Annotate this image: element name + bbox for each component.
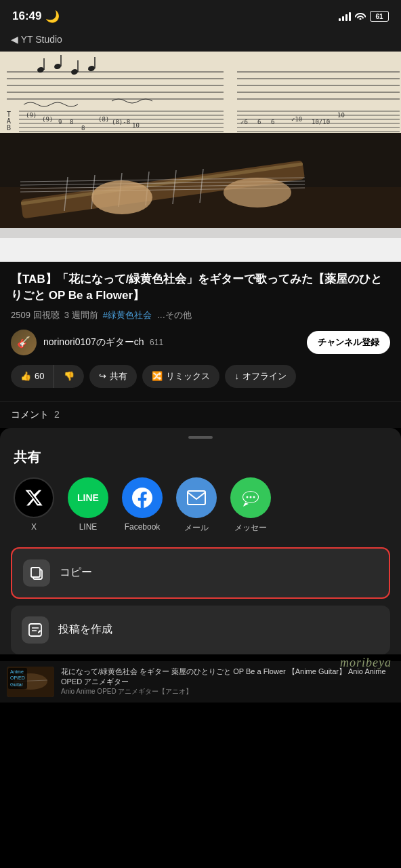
copy-icon <box>23 559 50 587</box>
svg-text:6: 6 <box>271 119 274 125</box>
svg-point-71 <box>253 496 255 498</box>
svg-point-62 <box>91 180 152 214</box>
svg-text:(8): (8) <box>98 116 109 123</box>
time-display: 16:49 <box>12 9 41 23</box>
line-icon: LINE <box>68 477 108 518</box>
svg-text:(8)-8: (8)-8 <box>112 119 130 125</box>
sheet-handle <box>188 436 213 439</box>
svg-text:(9): (9) <box>26 112 37 119</box>
svg-point-70 <box>250 496 252 498</box>
offline-button[interactable]: ↓ オフライン <box>225 365 296 388</box>
share-app-line[interactable]: LINE LINE <box>68 477 108 534</box>
mail-label: メール <box>184 522 209 534</box>
channel-subs: 611 <box>150 338 163 347</box>
svg-text:10: 10 <box>132 122 140 129</box>
svg-text:8: 8 <box>70 119 73 125</box>
rec-badge: Anime OP/ED Guitar <box>8 668 27 689</box>
status-icons: 61 <box>339 11 389 22</box>
post-action[interactable]: 投稿を作成 <box>11 606 390 654</box>
share-apps-row: X LINE LINE Facebook <box>0 477 401 547</box>
channel-name[interactable]: norinori0107のギターch <box>43 336 144 347</box>
share-title: 共有 <box>0 448 401 477</box>
channel-name-group: norinori0107のギターch 611 <box>43 336 163 349</box>
thumbs-up-icon: 👍 <box>20 371 31 381</box>
svg-text:✓6: ✓6 <box>240 119 248 125</box>
message-icon <box>230 477 271 518</box>
action-row: 👍 60 👎 ↪ 共有 🔀 リミックス ↓ オフライン <box>11 365 390 388</box>
facebook-label: Facebook <box>125 522 161 532</box>
share-label: 共有 <box>110 370 127 382</box>
signal-icon <box>339 12 351 21</box>
status-bar: 16:49 🌙 61 <box>0 0 401 30</box>
channel-info: 🎸 norinori0107のギターch 611 <box>11 330 163 355</box>
hashtag[interactable]: #緑黄色社会 <box>103 310 152 320</box>
comments-label: コメント <box>11 409 49 420</box>
svg-text:9: 9 <box>58 119 62 125</box>
share-sheet: 共有 X LINE LINE Facebook <box>0 428 401 654</box>
line-label: LINE <box>79 522 98 532</box>
bottom-recommendation[interactable]: Anime OP/ED Guitar 花になって/緑黄色社会 をギター 薬屋のひ… <box>0 661 401 703</box>
svg-text:B: B <box>7 124 11 132</box>
svg-point-69 <box>247 496 249 498</box>
offline-label: オフライン <box>242 370 287 382</box>
remix-button[interactable]: 🔀 リミックス <box>142 365 219 388</box>
x-icon <box>14 477 54 518</box>
comments-section[interactable]: コメント 2 <box>0 401 401 428</box>
watermark: moribeya <box>340 656 392 670</box>
remix-icon: 🔀 <box>152 371 163 381</box>
svg-text:✓10: ✓10 <box>291 116 302 123</box>
video-meta: 2509 回視聴 3 週間前 #緑黄色社会 …その他 <box>11 309 390 321</box>
thumbs-down-icon: 👎 <box>64 371 75 381</box>
like-button[interactable]: 👍 60 <box>11 365 54 388</box>
view-count: 2509 回視聴 <box>11 310 60 320</box>
comments-count: 2 <box>54 409 60 420</box>
message-label: メッセー <box>234 522 267 534</box>
back-button[interactable]: ◀ YT Studio <box>11 34 62 45</box>
svg-text:10: 10 <box>337 112 345 119</box>
battery-icon: 61 <box>370 11 389 22</box>
svg-rect-73 <box>31 568 40 577</box>
rec-thumbnail: Anime OP/ED Guitar <box>7 667 54 697</box>
avatar[interactable]: 🎸 <box>11 330 37 355</box>
share-button[interactable]: ↪ 共有 <box>89 365 137 388</box>
like-count: 60 <box>35 371 44 381</box>
copy-label: コピー <box>60 566 92 580</box>
video-player[interactable] <box>0 133 401 262</box>
mail-icon <box>176 477 217 518</box>
like-dislike-group: 👍 60 👎 <box>11 365 84 388</box>
svg-rect-65 <box>0 238 401 262</box>
share-icon: ↪ <box>99 371 106 381</box>
video-title: 【TAB】「花になって/緑黄色社会」をギターで歌ってみた【薬屋のひとりごと OP… <box>11 271 390 304</box>
post-label: 投稿を作成 <box>58 623 112 637</box>
copy-action[interactable]: コピー <box>11 547 390 599</box>
remix-label: リミックス <box>166 370 210 382</box>
dislike-button[interactable]: 👎 <box>54 365 84 388</box>
more-tags[interactable]: …その他 <box>156 310 192 320</box>
share-app-x[interactable]: X <box>14 477 54 534</box>
time-ago: 3 週間前 <box>64 310 98 320</box>
status-time: 16:49 🌙 <box>12 9 60 24</box>
post-icon <box>22 616 49 644</box>
x-label: X <box>31 522 37 532</box>
facebook-icon <box>122 477 163 518</box>
video-info: 【TAB】「花になって/緑黄色社会」をギターで歌ってみた【薬屋のひとりごと OP… <box>0 262 401 401</box>
share-app-mail[interactable]: メール <box>176 477 217 534</box>
rec-info: 花になって/緑黄色社会 をギター 薬屋のひとりごと OP Be a Flower… <box>61 667 394 697</box>
channel-row: 🎸 norinori0107のギターch 611 チャンネル登録 <box>11 330 390 355</box>
svg-text:(9): (9) <box>42 116 53 123</box>
download-icon: ↓ <box>234 371 239 381</box>
svg-text:8: 8 <box>81 125 85 132</box>
svg-text:6: 6 <box>257 119 261 125</box>
subscribe-button[interactable]: チャンネル登録 <box>307 331 390 354</box>
share-app-message[interactable]: メッセー <box>230 477 271 534</box>
svg-point-63 <box>224 178 291 208</box>
video-thumbnail <box>0 133 401 262</box>
moon-icon: 🌙 <box>45 9 60 24</box>
svg-rect-66 <box>188 491 205 505</box>
battery-level: 61 <box>375 13 383 20</box>
share-app-facebook[interactable]: Facebook <box>122 477 163 534</box>
svg-text:10/10: 10/10 <box>312 119 330 125</box>
nav-bar: ◀ YT Studio <box>0 30 401 52</box>
sheet-music-area: T A B (9) (9) 9 8 8 (8) (8)-8 10 ✓6 6 6 … <box>0 52 401 133</box>
svg-rect-74 <box>29 624 41 636</box>
